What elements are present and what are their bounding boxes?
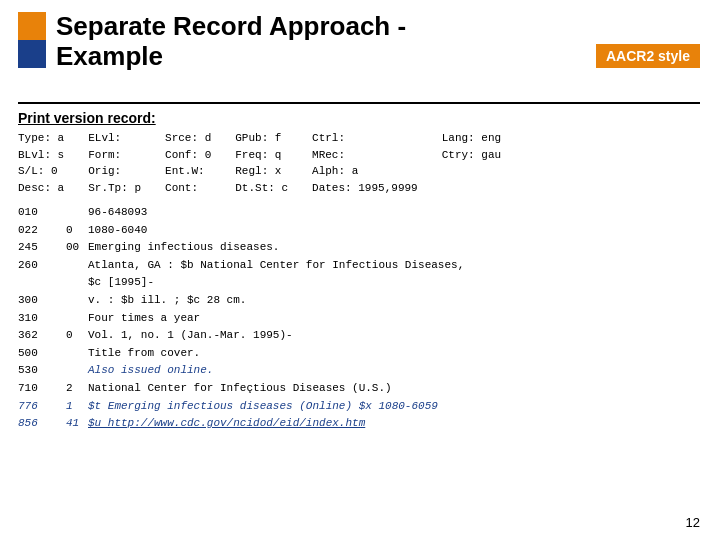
val-300: v. : $b ill. ; $c 28 cm. (88, 292, 246, 310)
val-310: Four times a year (88, 310, 200, 328)
title-line2: Example (56, 42, 406, 72)
field-260b (18, 274, 66, 292)
val-856: $u http://www.cdc.gov/ncidod/eid/index.h… (88, 415, 365, 433)
marc-row-362: 362 0 Vol. 1, no. 1 (Jan.-Mar. 1995)- (18, 327, 702, 345)
marc-mrec: MRec: (312, 147, 418, 164)
field-530: 530 (18, 362, 66, 380)
marc-col-4: GPub: f Freq: q Regl: x Dt.St: c (235, 130, 288, 196)
field-500: 500 (18, 345, 66, 363)
val-500: Title from cover. (88, 345, 200, 363)
ind-856: 41 (66, 415, 88, 433)
marc-gpub: GPub: f (235, 130, 288, 147)
ind-260 (66, 257, 88, 275)
ind-530 (66, 362, 88, 380)
marc-header-row: Type: a BLvl: s S/L: 0 Desc: a ELvl: For… (18, 130, 702, 196)
ind-300 (66, 292, 88, 310)
field-260: 260 (18, 257, 66, 275)
marc-form: Form: (88, 147, 141, 164)
marc-blvl: BLvl: s (18, 147, 64, 164)
val-260b: $c [1995]- (88, 274, 154, 292)
marc-row-530: 530 Also issued online. (18, 362, 702, 380)
ind-245: 00 (66, 239, 88, 257)
field-856: 856 (18, 415, 66, 433)
field-245: 245 (18, 239, 66, 257)
marc-col-6: Lang: eng Ctry: gau (442, 130, 501, 196)
marc-area: Type: a BLvl: s S/L: 0 Desc: a ELvl: For… (18, 130, 702, 433)
print-heading: Print version record: (18, 110, 156, 126)
field-010: 010 (18, 204, 66, 222)
field-022: 022 (18, 222, 66, 240)
ind-010 (66, 204, 88, 222)
header-divider (18, 102, 700, 104)
marc-desc: Desc: a (18, 180, 64, 197)
marc-sl: S/L: 0 (18, 163, 64, 180)
ind-710: 2 (66, 380, 88, 398)
marc-row-260: 260 Atlanta, GA : $b National Center for… (18, 257, 702, 275)
marc-row-500: 500 Title from cover. (18, 345, 702, 363)
marc-entw: Ent.W: (165, 163, 211, 180)
val-260: Atlanta, GA : $b National Center for Inf… (88, 257, 464, 275)
marc-dtst: Dt.St: c (235, 180, 288, 197)
blue-square (18, 40, 46, 68)
marc-row-245: 245 00 Emerging infectious diseases. (18, 239, 702, 257)
ind-776: 1 (66, 398, 88, 416)
marc-row-856: 856 41 $u http://www.cdc.gov/ncidod/eid/… (18, 415, 702, 433)
marc-freq: Freq: q (235, 147, 288, 164)
ind-362: 0 (66, 327, 88, 345)
marc-ctry: Ctry: gau (442, 147, 501, 164)
field-362: 362 (18, 327, 66, 345)
marc-row-022: 022 0 1080-6040 (18, 222, 702, 240)
marc-col-2: ELvl: Form: Orig: Sr.Tp: p (88, 130, 141, 196)
val-022: 1080-6040 (88, 222, 147, 240)
marc-srce: Srce: d (165, 130, 211, 147)
marc-col-5: Ctrl: MRec: Alph: a Dates: 1995,9999 (312, 130, 418, 196)
marc-col-3: Srce: d Conf: 0 Ent.W: Cont: (165, 130, 211, 196)
val-245: Emerging infectious diseases. (88, 239, 279, 257)
marc-regl: Regl: x (235, 163, 288, 180)
ind-260b (66, 274, 88, 292)
val-776: $t Emerging infectious diseases (Online)… (88, 398, 438, 416)
marc-col-1: Type: a BLvl: s S/L: 0 Desc: a (18, 130, 64, 196)
field-710: 710 (18, 380, 66, 398)
marc-cont: Cont: (165, 180, 211, 197)
val-362: Vol. 1, no. 1 (Jan.-Mar. 1995)- (88, 327, 293, 345)
aacr2-badge: AACR2 style (596, 44, 700, 68)
marc-row-300: 300 v. : $b ill. ; $c 28 cm. (18, 292, 702, 310)
ind-500 (66, 345, 88, 363)
page-number: 12 (686, 515, 700, 530)
title-line1: Separate Record Approach - (56, 12, 406, 42)
ind-310 (66, 310, 88, 328)
marc-type: Type: a (18, 130, 64, 147)
header: Separate Record Approach - Example AACR2… (56, 12, 700, 72)
marc-alph: Alph: a (312, 163, 418, 180)
orange-square (18, 12, 46, 40)
marc-lang: Lang: eng (442, 130, 501, 147)
marc-dates: Dates: 1995,9999 (312, 180, 418, 197)
decoration-squares (18, 12, 46, 68)
marc-elvl: ELvl: (88, 130, 141, 147)
marc-orig: Orig: (88, 163, 141, 180)
marc-row-310: 310 Four times a year (18, 310, 702, 328)
marc-records: 010 96-648093 022 0 1080-6040 245 00 Eme… (18, 204, 702, 433)
marc-row-776: 776 1 $t Emerging infectious diseases (O… (18, 398, 702, 416)
ind-022: 0 (66, 222, 88, 240)
val-530: Also issued online. (88, 362, 213, 380)
marc-row-010: 010 96-648093 (18, 204, 702, 222)
field-310: 310 (18, 310, 66, 328)
field-776: 776 (18, 398, 66, 416)
val-710: National Center for Infeçtious Diseases … (88, 380, 392, 398)
marc-row-710: 710 2 National Center for Infeçtious Dis… (18, 380, 702, 398)
field-300: 300 (18, 292, 66, 310)
marc-ctrl: Ctrl: (312, 130, 418, 147)
val-010: 96-648093 (88, 204, 147, 222)
marc-srtp: Sr.Tp: p (88, 180, 141, 197)
marc-row-260b: $c [1995]- (18, 274, 702, 292)
title-block: Separate Record Approach - Example (56, 12, 406, 72)
marc-conf: Conf: 0 (165, 147, 211, 164)
